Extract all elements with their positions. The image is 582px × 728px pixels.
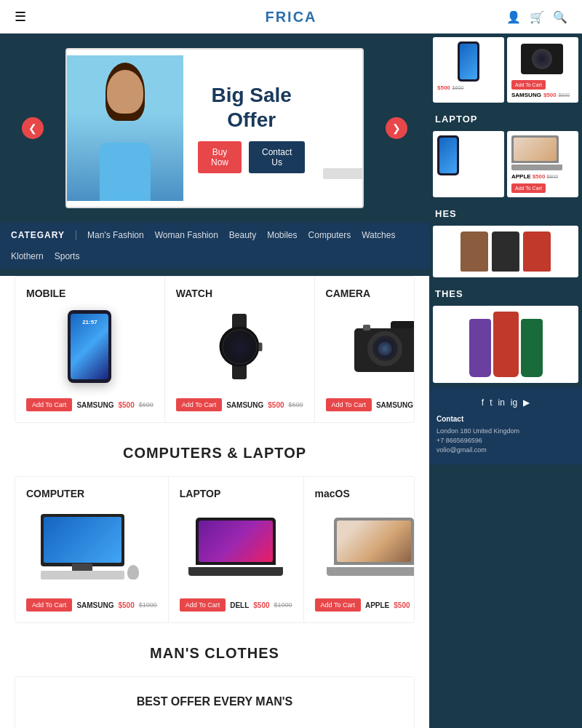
right-camera-lens: [532, 49, 552, 69]
hero-text-area: Big Sale Offer Buy Now Contact Us: [183, 68, 319, 187]
rf-twitter-icon[interactable]: t: [490, 397, 492, 408]
mac-lid: [334, 518, 414, 565]
mac-base: [327, 567, 415, 576]
right-phone-screen: [460, 44, 477, 79]
category-watches[interactable]: Watches: [362, 230, 395, 240]
right-mac-price: $500: [533, 173, 546, 180]
next-arrow[interactable]: ❯: [386, 117, 407, 139]
comp-monitor: [41, 514, 124, 566]
shirt-brown: [461, 232, 488, 272]
right-phone2-screen: [439, 138, 457, 173]
right-camera-card: Add To Cart SAMSUNG $500 $600: [507, 37, 578, 103]
mobile-product-bottom: Add To Cart SAMSUNG $500 $600: [26, 398, 154, 411]
laptop-add-to-cart[interactable]: Add To Cart: [180, 598, 226, 612]
right-phone-footer: $500 $600: [437, 84, 500, 91]
mobile-price: $500: [119, 401, 135, 409]
buy-now-button[interactable]: Buy Now: [198, 141, 242, 173]
page-layout: ❮ Big Sale Offer: [0, 33, 582, 728]
laptop-footer: Add To Cart DELL $500 $1000: [180, 598, 292, 612]
mobile-brand: SAMSUNG: [76, 401, 113, 409]
header: ☰ FRICA 👤 🛒 🔍: [0, 0, 582, 33]
computer-price: $500: [119, 601, 135, 609]
computer-category: COMPUTER: [26, 488, 84, 499]
watch-footer: Add To Cart SAMSUNG $500 $600: [176, 398, 303, 411]
laptop-lid: [196, 518, 276, 565]
category-sports[interactable]: Sports: [55, 251, 80, 261]
watch-add-to-cart[interactable]: Add To Cart: [176, 398, 222, 411]
camera-product-card: CAMERA Add To Cart: [315, 277, 415, 422]
watch-price: $500: [268, 401, 284, 409]
best-offer-title: BEST OFFER EVERY MAN'S: [26, 688, 403, 716]
category-computers[interactable]: Computers: [308, 230, 351, 240]
person-torso: [100, 143, 151, 201]
contact-us-button[interactable]: Contact Us: [249, 141, 305, 173]
right-phone-image: [458, 41, 479, 82]
right-phone-old-price: $600: [453, 85, 464, 90]
hero-person-image: [67, 55, 183, 201]
header-icons: 👤 🛒 🔍: [506, 10, 567, 24]
camera-image-area: [326, 306, 415, 387]
right-camera-footer: Add To Cart SAMSUNG $500 $600: [511, 80, 574, 98]
macos-bottom: Add To Cart APPLE $500 $1000: [315, 598, 415, 612]
right-phone-price: $500: [437, 84, 450, 91]
laptop-image: [188, 518, 283, 576]
right-laptop-screen: [514, 138, 557, 161]
right-clothes-images: [439, 232, 573, 272]
user-icon[interactable]: 👤: [506, 10, 521, 24]
category-woman-fashion[interactable]: Woman Fashion: [155, 230, 218, 240]
watch-case: [220, 327, 260, 367]
right-laptop-cards: APPLE $500 $800 Add To Cart: [429, 127, 582, 201]
right-camera-price: $500: [543, 92, 557, 98]
category-mans-fashion[interactable]: Man's Fashion: [87, 230, 144, 240]
right-watches-label: HES: [429, 201, 582, 222]
mobile-add-to-cart[interactable]: Add To Cart: [26, 398, 72, 411]
mobile-product-card: MOBILE 21:57 Add To Cart SAMSUNG $500 $6…: [15, 277, 165, 422]
right-coats-images: [439, 312, 573, 377]
right-camera-brand: SAMSUNG: [511, 92, 541, 98]
right-camera-old-price: $600: [559, 92, 570, 98]
macos-price: $500: [394, 601, 410, 609]
right-laptop-card: APPLE $500 $800 Add To Cart: [507, 131, 578, 197]
category-mobiles[interactable]: Mobiles: [267, 230, 297, 240]
watch-image: [210, 314, 268, 379]
category-beauty[interactable]: Beauty: [229, 230, 256, 240]
computer-old-price: $1000: [139, 601, 157, 609]
computer-bottom: Add To Cart SAMSUNG $500 $1000: [26, 598, 157, 612]
laptop-brand: DELL: [230, 601, 249, 609]
watch-brand: SAMSUNG: [226, 401, 263, 409]
rf-linkedin-icon[interactable]: in: [498, 397, 505, 408]
hero-buttons: Buy Now Contact Us: [198, 141, 305, 173]
computer-image-area: [26, 507, 157, 587]
rf-facebook-icon[interactable]: f: [482, 397, 484, 408]
rf-youtube-icon[interactable]: ▶: [523, 397, 530, 408]
macos-category: macOS: [315, 488, 350, 499]
search-icon[interactable]: 🔍: [553, 10, 567, 24]
laptop-image-area: [180, 507, 292, 587]
camera-add-to-cart[interactable]: Add To Cart: [326, 398, 372, 411]
laptop-category: LAPTOP: [180, 488, 221, 499]
right-camera-add-cart[interactable]: Add To Cart: [511, 80, 546, 90]
right-phone2-image: [437, 135, 459, 175]
mobile-watch-camera-row: MOBILE 21:57 Add To Cart SAMSUNG $500 $6…: [15, 276, 415, 423]
hamburger-icon[interactable]: ☰: [15, 9, 26, 25]
computer-brand: SAMSUNG: [76, 601, 113, 609]
prev-arrow[interactable]: ❮: [22, 117, 44, 139]
right-macos-add-cart[interactable]: Add To Cart: [511, 183, 546, 193]
main-content: ❮ Big Sale Offer: [0, 33, 429, 728]
computer-add-to-cart[interactable]: Add To Cart: [26, 598, 72, 612]
right-footer-social: f t in ig ▶: [436, 397, 575, 408]
laptop-old-price: $1000: [274, 601, 292, 609]
rf-instagram-icon[interactable]: ig: [511, 397, 517, 408]
macos-add-to-cart[interactable]: Add To Cart: [315, 598, 361, 612]
cart-icon[interactable]: 🛒: [530, 10, 544, 24]
coat-red: [493, 312, 519, 377]
right-laptop-base: [511, 165, 562, 170]
category-klothern[interactable]: Klothern: [11, 251, 44, 261]
mobile-time: 21:57: [82, 319, 97, 325]
mobile-footer: Add To Cart SAMSUNG $500 $600: [26, 398, 154, 411]
camera-footer: Add To Cart SAMSUNG $500 $600: [326, 398, 415, 411]
mobile-image-area: 21:57: [26, 306, 154, 387]
computer-product-card: COMPUTER: [15, 477, 169, 622]
computers-section-title: COMPUTERS & LAPTOP: [0, 430, 429, 469]
mobile-title: MOBILE: [26, 288, 65, 299]
